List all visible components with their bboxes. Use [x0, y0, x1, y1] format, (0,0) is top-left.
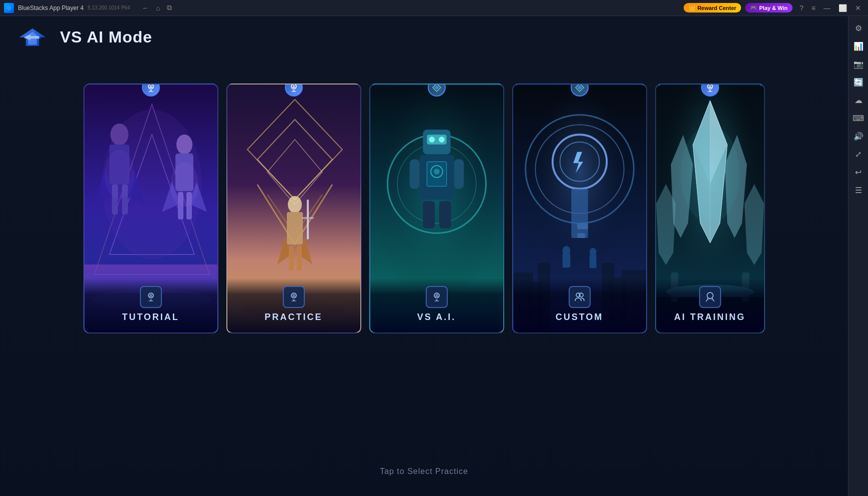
window-controls: ? ≡ — ⬜ ✕ [797, 3, 864, 13]
restore-button[interactable]: ⬜ [836, 3, 850, 13]
card-custom-mode-icon [569, 286, 591, 308]
svg-rect-28 [149, 294, 152, 297]
svg-point-110 [709, 86, 710, 86]
svg-point-3 [149, 86, 150, 86]
play-win-button[interactable]: 🎮 Play & Win [745, 3, 793, 12]
svg-point-79 [435, 294, 436, 296]
card-practice-mode-icon [283, 286, 305, 308]
svg-point-24 [170, 162, 198, 207]
sidebar-icon-menu[interactable]: ☰ [851, 182, 867, 198]
svg-rect-78 [435, 294, 438, 297]
svg-rect-38 [291, 91, 296, 92]
app-header: VS AI Mode [0, 16, 848, 58]
sidebar-icon-volume[interactable]: 🔊 [851, 128, 867, 144]
play-icon: 🎮 [750, 4, 757, 11]
bottom-hint: Tap to Select Practice [380, 467, 468, 476]
close-button[interactable]: ✕ [852, 3, 864, 13]
card-custom-bottom: CUSTOM [513, 278, 646, 332]
sidebar-icon-stats[interactable]: 📊 [851, 38, 867, 54]
card-tutorial-mode-icon [140, 286, 162, 308]
app-version: 5.13.200.1014 P64 [87, 5, 130, 10]
main-content: VS AI Mode [0, 16, 848, 496]
bluestacks-logo-small [4, 3, 14, 13]
svg-point-105 [589, 248, 596, 256]
help-button[interactable]: ? [797, 3, 807, 13]
home-button[interactable]: ⌂ [154, 3, 162, 13]
svg-rect-51 [302, 217, 314, 219]
card-vsai-label: VS A.I. [417, 312, 456, 322]
svg-rect-94 [577, 224, 588, 230]
svg-rect-93 [571, 189, 588, 238]
reward-icon: 👑 [689, 4, 696, 11]
settings-button[interactable]: ≡ [809, 3, 819, 13]
svg-rect-34 [292, 85, 295, 88]
svg-rect-76 [439, 201, 451, 228]
card-practice-label: PRACTICE [264, 312, 322, 322]
svg-rect-74 [454, 159, 464, 188]
svg-rect-32 [148, 300, 153, 302]
svg-rect-54 [292, 294, 295, 297]
svg-rect-75 [423, 201, 435, 228]
sidebar-icon-fullscreen[interactable]: ⤢ [851, 146, 867, 162]
play-win-label: Play & Win [759, 5, 788, 11]
card-vsai-mode-icon [426, 286, 448, 308]
app-logo [15, 26, 50, 48]
card-training[interactable]: AI TRAINING [655, 84, 765, 334]
svg-point-130 [707, 292, 713, 298]
svg-point-18 [176, 134, 192, 154]
back-button[interactable]: ← [140, 3, 151, 13]
card-vsai-bottom: VS A.I. [370, 278, 503, 332]
svg-point-56 [294, 294, 295, 296]
card-training-mode-icon [699, 286, 721, 308]
svg-rect-50 [307, 200, 309, 240]
card-practice-bottom: PRACTICE [227, 278, 360, 332]
sidebar-icon-settings[interactable]: ⚙ [851, 20, 867, 36]
svg-point-30 [151, 294, 152, 296]
card-tutorial[interactable]: TUTORIAL [83, 84, 218, 334]
svg-rect-95 [577, 233, 585, 238]
tabs-button[interactable]: ⧉ [165, 2, 174, 13]
svg-marker-0 [6, 5, 12, 11]
sidebar-icon-keyboard[interactable]: ⌨ [851, 110, 867, 126]
svg-rect-45 [287, 212, 303, 244]
svg-point-67 [429, 136, 435, 142]
svg-rect-104 [589, 254, 596, 268]
svg-rect-102 [562, 253, 570, 268]
title-bar-left: BlueStacks App Player 4 5.13.200.1014 P6… [0, 2, 174, 13]
reward-label: Reward Center [698, 5, 737, 11]
sidebar-icon-camera[interactable]: 📷 [851, 56, 867, 72]
sidebar-icon-cloud[interactable]: ☁ [851, 92, 867, 108]
title-bar-right: 👑 Reward Center 🎮 Play & Win ? ≡ — ⬜ ✕ [684, 3, 868, 13]
svg-point-72 [434, 168, 440, 174]
svg-point-43 [288, 196, 302, 213]
page-title: VS AI Mode [60, 28, 152, 46]
svg-point-11 [110, 124, 128, 146]
svg-rect-109 [709, 85, 712, 88]
cards-container: TUTORIAL [0, 74, 848, 344]
reward-center-button[interactable]: 👑 Reward Center [684, 3, 742, 12]
title-bar: BlueStacks App Player 4 5.13.200.1014 P6… [0, 0, 868, 16]
sidebar-icon-refresh[interactable]: 🔄 [851, 74, 867, 90]
svg-rect-49 [297, 246, 302, 270]
svg-point-107 [579, 293, 583, 297]
card-tutorial-bottom: TUTORIAL [84, 278, 217, 332]
svg-rect-2 [149, 85, 152, 88]
svg-rect-73 [409, 159, 419, 188]
sidebar-icon-back[interactable]: ↩ [851, 164, 867, 180]
svg-point-111 [711, 86, 712, 86]
svg-point-36 [294, 86, 295, 86]
svg-rect-113 [708, 91, 713, 92]
svg-point-29 [149, 294, 150, 296]
svg-point-125 [681, 125, 740, 223]
svg-point-68 [438, 136, 444, 142]
app-name: BlueStacks App Player 4 [18, 4, 83, 12]
card-tutorial-label: TUTORIAL [122, 312, 179, 322]
svg-point-55 [292, 294, 293, 296]
card-practice[interactable]: PRACTICE [226, 84, 361, 334]
minimize-button[interactable]: — [821, 3, 834, 13]
card-training-label: AI TRAINING [674, 312, 746, 322]
card-custom[interactable]: CUSTOM [512, 84, 647, 334]
card-vsai[interactable]: VS A.I. [369, 84, 504, 334]
svg-point-17 [104, 150, 134, 200]
svg-rect-48 [289, 246, 294, 270]
